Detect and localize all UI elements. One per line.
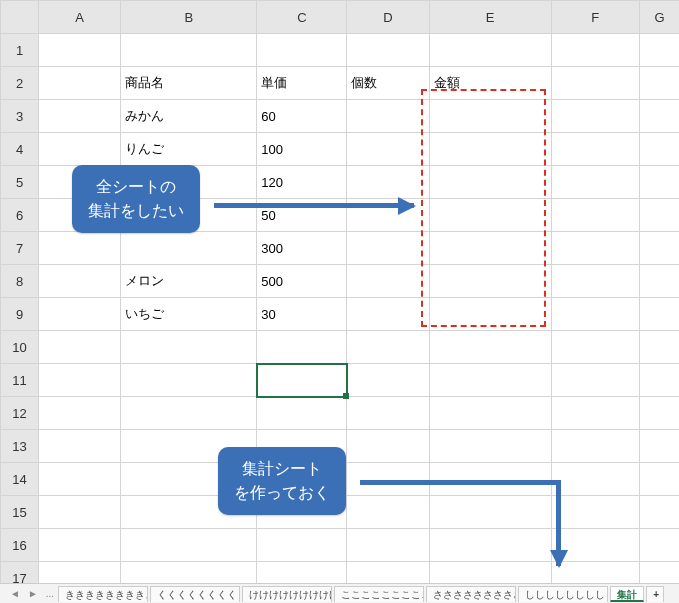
sheet-tab[interactable]: きききききききききき xyxy=(58,586,148,602)
cell-E5[interactable] xyxy=(429,166,551,199)
cell-F2[interactable] xyxy=(551,67,639,100)
column-header-A[interactable]: A xyxy=(39,1,121,34)
cell-G6[interactable] xyxy=(639,199,679,232)
cell-G4[interactable] xyxy=(639,133,679,166)
row-header-1[interactable]: 1 xyxy=(1,34,39,67)
cell-C12[interactable] xyxy=(257,397,347,430)
cell-E8[interactable] xyxy=(429,265,551,298)
cell-F3[interactable] xyxy=(551,100,639,133)
column-header-E[interactable]: E xyxy=(429,1,551,34)
cell-G1[interactable] xyxy=(639,34,679,67)
row-header-5[interactable]: 5 xyxy=(1,166,39,199)
cell-D16[interactable] xyxy=(347,529,429,562)
cell-B17[interactable] xyxy=(121,562,257,584)
cell-F16[interactable] xyxy=(551,529,639,562)
sheet-tab[interactable]: けけけけけけけけけけ xyxy=(242,586,332,602)
row-header-7[interactable]: 7 xyxy=(1,232,39,265)
cell-F12[interactable] xyxy=(551,397,639,430)
cell-G15[interactable] xyxy=(639,496,679,529)
cell-A11[interactable] xyxy=(39,364,121,397)
cell-B4[interactable]: りんご xyxy=(121,133,257,166)
cell-A14[interactable] xyxy=(39,463,121,496)
row-header-11[interactable]: 11 xyxy=(1,364,39,397)
cell-F8[interactable] xyxy=(551,265,639,298)
column-header-D[interactable]: D xyxy=(347,1,429,34)
cell-C11[interactable] xyxy=(257,364,347,397)
column-header-F[interactable]: F xyxy=(551,1,639,34)
cell-D4[interactable] xyxy=(347,133,429,166)
cell-A2[interactable] xyxy=(39,67,121,100)
cell-G7[interactable] xyxy=(639,232,679,265)
select-all-corner[interactable] xyxy=(1,1,39,34)
cell-E14[interactable] xyxy=(429,463,551,496)
cell-C8[interactable]: 500 xyxy=(257,265,347,298)
cell-E13[interactable] xyxy=(429,430,551,463)
cell-G9[interactable] xyxy=(639,298,679,331)
cell-E11[interactable] xyxy=(429,364,551,397)
row-header-4[interactable]: 4 xyxy=(1,133,39,166)
sheet-tab[interactable]: くくくくくくくくくく xyxy=(150,586,240,602)
sheet-tab-summary[interactable]: 集計 xyxy=(610,586,644,602)
cell-C7[interactable]: 300 xyxy=(257,232,347,265)
row-header-13[interactable]: 13 xyxy=(1,430,39,463)
cell-A17[interactable] xyxy=(39,562,121,584)
cell-B9[interactable]: いちご xyxy=(121,298,257,331)
cell-D1[interactable] xyxy=(347,34,429,67)
cell-D10[interactable] xyxy=(347,331,429,364)
cell-F4[interactable] xyxy=(551,133,639,166)
cell-B7[interactable] xyxy=(121,232,257,265)
sheet-tab-bar[interactable]: ◄ ► ... ききききききききききくくくくくくくくくくけけけけけけけけけけここ… xyxy=(0,583,679,603)
cell-C3[interactable]: 60 xyxy=(257,100,347,133)
cell-A10[interactable] xyxy=(39,331,121,364)
cell-A3[interactable] xyxy=(39,100,121,133)
cell-G8[interactable] xyxy=(639,265,679,298)
cell-F7[interactable] xyxy=(551,232,639,265)
cell-C1[interactable] xyxy=(257,34,347,67)
cell-E15[interactable] xyxy=(429,496,551,529)
cell-G10[interactable] xyxy=(639,331,679,364)
cell-A4[interactable] xyxy=(39,133,121,166)
cell-D6[interactable] xyxy=(347,199,429,232)
cell-B10[interactable] xyxy=(121,331,257,364)
cell-C4[interactable]: 100 xyxy=(257,133,347,166)
cell-E3[interactable] xyxy=(429,100,551,133)
cell-G3[interactable] xyxy=(639,100,679,133)
cell-D9[interactable] xyxy=(347,298,429,331)
cell-E17[interactable] xyxy=(429,562,551,584)
cell-A12[interactable] xyxy=(39,397,121,430)
cell-F5[interactable] xyxy=(551,166,639,199)
cell-F6[interactable] xyxy=(551,199,639,232)
cell-F15[interactable] xyxy=(551,496,639,529)
cell-G13[interactable] xyxy=(639,430,679,463)
cell-F13[interactable] xyxy=(551,430,639,463)
cell-D2[interactable]: 個数 xyxy=(347,67,429,100)
add-sheet-button[interactable]: + xyxy=(646,586,664,602)
cell-A8[interactable] xyxy=(39,265,121,298)
cell-B16[interactable] xyxy=(121,529,257,562)
cell-D14[interactable] xyxy=(347,463,429,496)
row-header-8[interactable]: 8 xyxy=(1,265,39,298)
cell-B2[interactable]: 商品名 xyxy=(121,67,257,100)
cell-C9[interactable]: 30 xyxy=(257,298,347,331)
row-header-17[interactable]: 17 xyxy=(1,562,39,584)
cell-E16[interactable] xyxy=(429,529,551,562)
cell-C5[interactable]: 120 xyxy=(257,166,347,199)
row-header-10[interactable]: 10 xyxy=(1,331,39,364)
cell-D8[interactable] xyxy=(347,265,429,298)
cell-F17[interactable] xyxy=(551,562,639,584)
cell-E6[interactable] xyxy=(429,199,551,232)
cell-E1[interactable] xyxy=(429,34,551,67)
cell-G5[interactable] xyxy=(639,166,679,199)
cell-D3[interactable] xyxy=(347,100,429,133)
tab-nav-next-icon[interactable]: ► xyxy=(24,588,42,599)
cell-E4[interactable] xyxy=(429,133,551,166)
cell-D17[interactable] xyxy=(347,562,429,584)
cell-C2[interactable]: 単価 xyxy=(257,67,347,100)
column-header-C[interactable]: C xyxy=(257,1,347,34)
cell-A7[interactable] xyxy=(39,232,121,265)
cell-A13[interactable] xyxy=(39,430,121,463)
cell-B1[interactable] xyxy=(121,34,257,67)
cell-A1[interactable] xyxy=(39,34,121,67)
cell-D13[interactable] xyxy=(347,430,429,463)
cell-C6[interactable]: 50 xyxy=(257,199,347,232)
